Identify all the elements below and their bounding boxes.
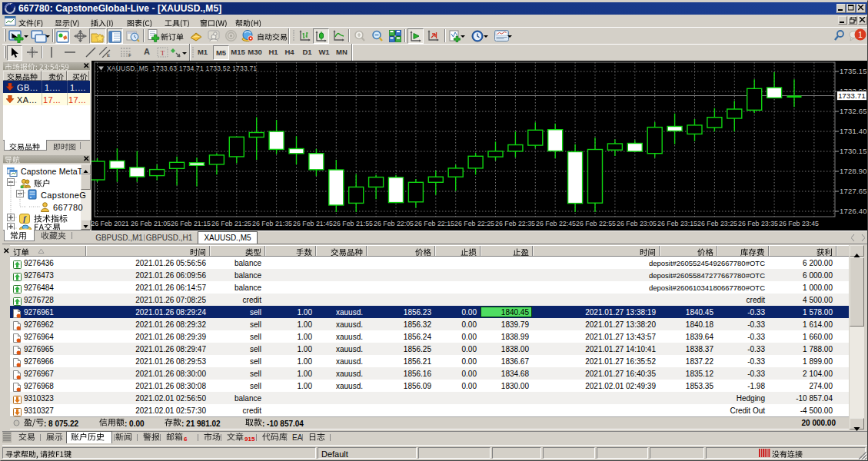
svg-text:F: F [128,53,131,58]
svg-text:T: T [160,49,165,57]
svg-text:E: E [107,53,110,58]
svg-text:1: 1 [858,31,863,39]
